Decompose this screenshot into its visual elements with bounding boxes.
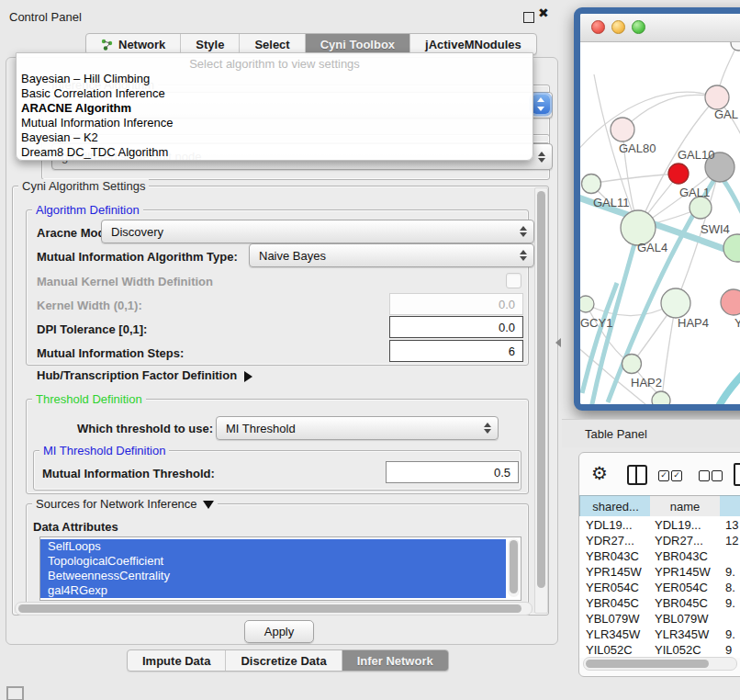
network-window-titlebar[interactable] — [580, 14, 740, 42]
tab-discretize-data[interactable]: Discretize Data — [226, 650, 342, 671]
network-node[interactable] — [690, 197, 712, 219]
algorithm-option[interactable]: Bayesian – K2 — [17, 130, 533, 144]
column-header-shared-name[interactable]: shared... — [579, 495, 652, 517]
tab-impute-data[interactable]: Impute Data — [128, 650, 226, 671]
algorithm-dropdown-list: Select algorithm to view settings Bayesi… — [16, 52, 533, 161]
combo-focus-stepper[interactable] — [532, 95, 550, 114]
column-header-clipped[interactable]: A — [720, 495, 740, 517]
select-all-icon-2[interactable]: ✓ — [671, 470, 682, 481]
mi-threshold-label: Mutual Information Threshold: — [42, 467, 215, 480]
tab-cyni-toolbox[interactable]: Cyni Toolbox — [306, 34, 410, 54]
algorithm-option-selected[interactable]: ARACNE Algorithm — [17, 100, 533, 115]
mi-algorithm-type-value: Naive Bayes — [259, 249, 326, 263]
network-node[interactable] — [622, 355, 642, 374]
dpi-tolerance-field[interactable]: 0.0 — [389, 316, 523, 338]
which-threshold-combo[interactable]: MI Threshold — [216, 416, 499, 440]
node-label: Y — [734, 316, 740, 330]
attribute-item-selected[interactable]: TopologicalCoefficient — [40, 554, 506, 569]
mi-algorithm-type-combo[interactable]: Naive Bayes — [249, 243, 534, 267]
cell-value: 13 — [725, 518, 740, 532]
network-node[interactable] — [582, 175, 601, 194]
cell-value: 9. — [725, 565, 740, 579]
export-table-icon[interactable] — [734, 463, 740, 486]
close-traffic-light[interactable] — [591, 20, 605, 34]
table-rows: YDL19...YDL19...13 YDR27...YDR27...12 YB… — [579, 516, 740, 658]
aracne-mode-combo[interactable]: Discovery — [101, 220, 534, 243]
expanded-arrow-icon — [203, 501, 214, 509]
node-label: SWI4 — [701, 222, 730, 236]
splitter-collapse-arrow[interactable] — [555, 338, 561, 347]
network-node[interactable] — [661, 288, 690, 318]
attribute-item-selected[interactable]: SelfLoops — [40, 539, 506, 554]
minimized-panel-icon[interactable] — [6, 686, 24, 700]
apply-button-label: Apply — [264, 625, 295, 638]
attribute-item-selected[interactable]: BetweennessCentrality — [40, 569, 506, 583]
tab-infer-network-label: Infer Network — [357, 654, 433, 668]
attribute-item-selected[interactable]: gal4RGexp — [40, 583, 506, 598]
algorithm-option[interactable]: Basic Correlation Inference — [17, 85, 533, 100]
tab-select[interactable]: Select — [240, 34, 305, 54]
zoom-traffic-light[interactable] — [632, 20, 645, 34]
cell-name: YPR145W — [655, 565, 717, 579]
tab-network[interactable]: Network — [86, 34, 181, 54]
gear-icon[interactable]: ⚙ — [591, 462, 608, 484]
minimize-traffic-light[interactable] — [611, 20, 625, 34]
split-view-icon[interactable] — [627, 465, 647, 485]
network-node[interactable] — [731, 42, 740, 51]
cell-shared-name: YDL19... — [586, 518, 648, 532]
network-view-window[interactable]: GAL GAL80 GAL10 GAL11 GAL1 SWI4 GAL4 GCY… — [574, 7, 740, 411]
network-node-red[interactable] — [668, 164, 689, 184]
sources-group-title[interactable]: Sources for Network Inference — [32, 497, 218, 511]
network-node[interactable] — [652, 391, 670, 404]
cyni-algorithm-settings-title: Cyni Algorithm Settings — [18, 179, 149, 193]
network-node[interactable] — [580, 296, 594, 312]
hub-definition-label: Hub/Transcription Factor Definition — [37, 368, 237, 382]
mi-threshold-field[interactable]: 0.5 — [386, 461, 519, 483]
settings-vertical-scrollbar-thumb[interactable] — [537, 191, 545, 588]
node-label: HAP4 — [678, 316, 709, 330]
tab-style-label: Style — [196, 38, 224, 51]
node-label: GAL11 — [593, 196, 630, 209]
table-horizontal-scrollbar-thumb[interactable] — [586, 660, 709, 668]
kernel-width-field[interactable]: 0.0 — [389, 293, 523, 315]
algorithm-option[interactable]: Bayesian – Hill Climbing — [17, 71, 533, 85]
settings-horizontal-scrollbar[interactable] — [15, 602, 533, 615]
control-panel-title: Control Panel — [9, 10, 82, 24]
settings-horizontal-scrollbar-thumb[interactable] — [18, 604, 521, 613]
cell-name: YER054C — [655, 581, 717, 594]
algorithm-option[interactable]: Mutual Information Inference — [17, 115, 533, 130]
table-horizontal-scrollbar[interactable] — [583, 657, 737, 671]
apply-button[interactable]: Apply — [244, 620, 314, 643]
combo-stepper-icon — [484, 422, 492, 435]
close-icon[interactable]: ✖ — [538, 6, 549, 20]
network-node[interactable] — [721, 289, 740, 315]
column-header-name[interactable]: name — [650, 495, 721, 517]
algorithm-option[interactable]: Dream8 DC_TDC Algorithm — [17, 144, 533, 159]
attributes-scrollbar-thumb[interactable] — [510, 540, 518, 593]
cell-shared-name: YIL052C — [586, 643, 648, 657]
threshold-definition-title: Threshold Definition — [32, 392, 146, 406]
select-all-icon[interactable]: ✓ — [658, 470, 669, 481]
tab-infer-network[interactable]: Infer Network — [342, 650, 448, 671]
tab-style[interactable]: Style — [181, 34, 240, 54]
attributes-scrollbar[interactable] — [508, 538, 520, 597]
manual-kernel-width-checkbox[interactable] — [506, 273, 521, 288]
data-attributes-list: SelfLoops TopologicalCoefficient Between… — [39, 536, 521, 601]
float-window-icon[interactable] — [523, 12, 534, 23]
deselect-all-icon-2[interactable] — [712, 470, 723, 481]
cyni-bottom-tabbar: Impute Data Discretize Data Infer Networ… — [127, 649, 449, 672]
control-panel: Control Panel ✖ Network Style Select Cyn… — [0, 0, 562, 700]
network-canvas[interactable]: GAL GAL80 GAL10 GAL11 GAL1 SWI4 GAL4 GCY… — [580, 42, 740, 404]
network-node[interactable] — [723, 234, 740, 262]
combo-stepper-icon — [538, 151, 546, 164]
cell-shared-name: YLR345W — [586, 627, 648, 641]
mi-steps-field[interactable]: 6 — [389, 340, 523, 362]
tab-jactivemnodules[interactable]: jActiveMNodules — [410, 34, 536, 54]
settings-vertical-scrollbar[interactable] — [534, 187, 548, 614]
hub-definition-toggle[interactable]: Hub/Transcription Factor Definition — [37, 368, 252, 382]
network-node[interactable] — [705, 85, 729, 109]
table-panel-title: Table Panel — [585, 427, 647, 441]
cell-name: YBR043C — [655, 549, 717, 563]
network-node[interactable] — [611, 118, 634, 141]
deselect-all-icon[interactable] — [699, 470, 710, 481]
